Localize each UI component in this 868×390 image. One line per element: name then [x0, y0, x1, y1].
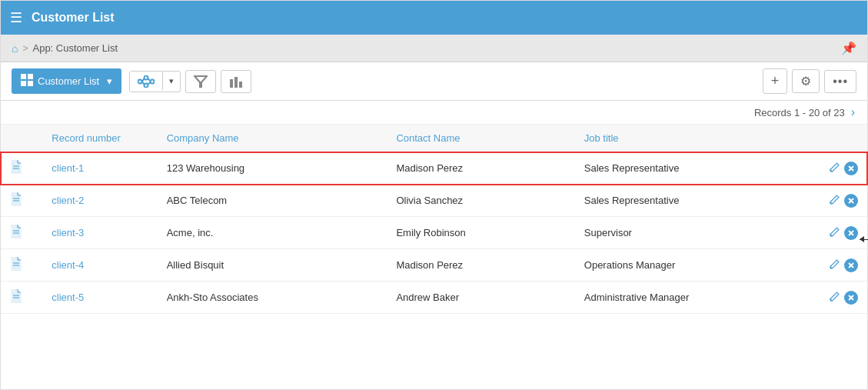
table-row: client-5Ankh-Sto AssociatesAndrew BakerA… — [1, 282, 867, 314]
svg-rect-0 — [21, 74, 26, 79]
svg-point-6 — [145, 83, 148, 87]
flow-button[interactable]: ▾ — [129, 71, 181, 92]
record-number[interactable]: client-3 — [52, 227, 84, 238]
svg-rect-14 — [234, 77, 238, 88]
delete-button[interactable] — [844, 226, 858, 240]
filter-button[interactable] — [185, 70, 216, 93]
grid-icon — [21, 74, 33, 88]
contact-cell: Emily Robinson — [387, 217, 574, 249]
table-row: client-2ABC TelecomOlivia SanchezSales R… — [1, 185, 867, 217]
contact-cell: Olivia Sanchez — [387, 185, 574, 217]
actions-cell — [794, 152, 867, 185]
record-number-cell[interactable]: client-3 — [42, 217, 157, 249]
delete-button[interactable] — [844, 258, 858, 272]
company-cell: Ankh-Sto Associates — [158, 282, 387, 314]
company-cell: Acme, inc. — [158, 217, 387, 249]
actions-cell — [794, 249, 867, 282]
record-number-cell[interactable]: client-1 — [42, 152, 157, 185]
record-number[interactable]: client-5 — [52, 292, 84, 303]
job-cell: Sales Representative — [575, 185, 794, 217]
svg-rect-13 — [230, 79, 233, 88]
more-icon: ••• — [833, 75, 848, 88]
svg-rect-1 — [28, 74, 33, 79]
view-selector-main[interactable]: Customer List ▾ — [13, 70, 120, 92]
table-row: client-1123 WarehousingMadison PerezSale… — [1, 152, 867, 185]
delete-button[interactable] — [844, 291, 858, 305]
record-number-cell[interactable]: client-4 — [42, 249, 157, 282]
header-title: Customer List — [32, 11, 115, 25]
document-icon — [10, 225, 22, 238]
svg-line-8 — [142, 78, 145, 82]
svg-marker-12 — [195, 76, 207, 87]
contact-cell: Madison Perez — [387, 152, 574, 185]
job-cell: Sales Representative — [575, 152, 794, 185]
record-number[interactable]: client-2 — [52, 195, 84, 206]
flow-icon[interactable] — [130, 72, 162, 92]
record-icon-cell — [1, 217, 42, 249]
header-bar: ☰ Customer List — [1, 1, 867, 35]
company-cell: ABC Telecom — [158, 185, 387, 217]
actions-cell — [794, 217, 867, 249]
document-icon — [10, 160, 22, 174]
record-number-cell[interactable]: client-2 — [42, 185, 157, 217]
col-icon-header — [1, 125, 42, 152]
svg-rect-2 — [21, 81, 26, 86]
record-number[interactable]: client-4 — [52, 259, 84, 271]
edit-button[interactable] — [830, 259, 840, 272]
view-label: Customer List — [38, 75, 99, 87]
settings-button[interactable]: ⚙ — [792, 69, 820, 93]
svg-rect-15 — [239, 82, 242, 88]
edit-button[interactable] — [830, 292, 840, 304]
delete-button[interactable] — [844, 194, 858, 208]
record-number[interactable]: client-1 — [52, 162, 84, 174]
col-job-header: Job title — [575, 125, 794, 152]
breadcrumb-separator: > — [22, 43, 28, 54]
table-row: client-4Allied BisquitMadison PerezOpera… — [1, 249, 867, 282]
view-selector[interactable]: Customer List ▾ — [12, 68, 121, 94]
record-label-container: Record — [860, 234, 868, 245]
pagination-text: Records 1 - 20 of 23 — [754, 107, 845, 118]
svg-point-7 — [151, 79, 155, 83]
record-icon-cell — [1, 282, 42, 314]
svg-line-9 — [142, 82, 145, 85]
col-contact-header: Contact Name — [387, 125, 574, 152]
company-cell: Allied Bisquit — [158, 249, 387, 282]
table-row: client-3Acme, inc.Emily RobinsonSupervis… — [1, 217, 867, 249]
home-icon[interactable]: ⌂ — [12, 42, 18, 55]
edit-button[interactable] — [830, 195, 840, 207]
menu-icon[interactable]: ☰ — [10, 9, 22, 26]
edit-button[interactable] — [830, 227, 840, 239]
data-table: Record number Company Name Contact Name … — [1, 125, 867, 314]
more-button[interactable]: ••• — [824, 70, 856, 93]
job-cell: Supervisor — [575, 217, 794, 249]
pin-icon[interactable]: 📌 — [841, 41, 856, 55]
job-cell: Administrative Manager — [575, 282, 794, 314]
contact-cell: Andrew Baker — [387, 282, 574, 314]
svg-point-5 — [145, 75, 148, 79]
job-cell: Operations Manager — [575, 249, 794, 282]
edit-button[interactable] — [830, 162, 840, 175]
svg-point-4 — [138, 79, 142, 83]
company-cell: 123 Warehousing — [158, 152, 387, 185]
toolbar: Customer List ▾ ▾ — [1, 62, 867, 101]
col-record-header: Record number — [42, 125, 157, 152]
table-header-row: Record number Company Name Contact Name … — [1, 125, 867, 152]
col-actions-header — [794, 125, 867, 152]
breadcrumb-bar: ⌂ > App: Customer List 📌 — [1, 35, 867, 62]
delete-button[interactable] — [844, 162, 858, 175]
document-icon — [10, 192, 22, 206]
pagination-next[interactable]: › — [851, 105, 855, 119]
record-number-cell[interactable]: client-5 — [42, 282, 157, 314]
add-button[interactable]: + — [763, 68, 788, 94]
actions-cell — [794, 282, 867, 314]
document-icon — [10, 257, 22, 271]
record-icon-cell — [1, 152, 42, 185]
svg-line-11 — [148, 82, 151, 85]
svg-rect-3 — [28, 81, 33, 86]
add-icon: + — [771, 73, 780, 89]
record-icon-cell — [1, 249, 42, 282]
pagination-bar: Records 1 - 20 of 23 › — [1, 101, 867, 125]
flow-dropdown-arrow[interactable]: ▾ — [162, 72, 180, 90]
svg-line-10 — [148, 78, 151, 81]
chart-button[interactable] — [221, 70, 251, 93]
